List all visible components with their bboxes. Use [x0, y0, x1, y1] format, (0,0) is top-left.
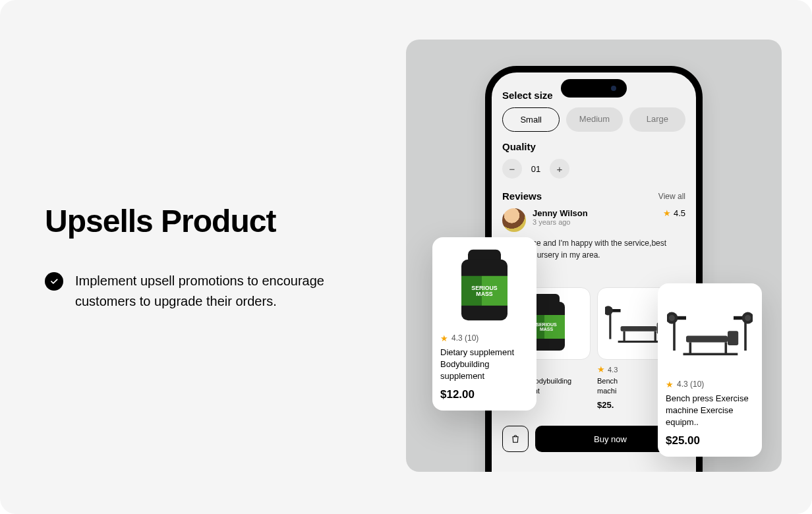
- svg-point-4: [605, 306, 613, 315]
- reviews-header: Reviews View all: [502, 190, 685, 202]
- bag-icon: [510, 434, 521, 444]
- float-card-supplement[interactable]: SERIOUSMASS ★4.3 (10) Dietary supplement…: [432, 237, 536, 411]
- float-card-bench[interactable]: ★4.3 (10) Bench press Exercise machine E…: [658, 283, 762, 457]
- star-icon: ★: [666, 380, 674, 389]
- mockup-pane: Select size Small Medium Large Quality −…: [406, 0, 812, 514]
- float-image: [666, 290, 754, 376]
- star-icon: ★: [663, 209, 671, 217]
- cart-button[interactable]: [502, 426, 529, 452]
- svg-rect-19: [686, 336, 728, 343]
- size-small[interactable]: Small: [502, 107, 560, 132]
- qty-minus[interactable]: −: [502, 159, 522, 179]
- review-rating-value: 4.5: [674, 208, 685, 218]
- view-all-link[interactable]: View all: [658, 192, 685, 201]
- svg-rect-8: [624, 331, 625, 342]
- review-time: 3 years ago: [533, 218, 588, 226]
- feature-card: Upsells Product Implement upsell promoti…: [0, 0, 812, 514]
- svg-point-18: [745, 315, 751, 321]
- float-rating: ★4.3 (10): [440, 333, 529, 343]
- text-pane: Upsells Product Implement upsell promoti…: [0, 0, 406, 514]
- bullet-text: Implement upsell promotions to encourage…: [75, 271, 365, 312]
- svg-rect-20: [728, 331, 738, 345]
- svg-rect-22: [725, 342, 728, 354]
- svg-rect-21: [689, 342, 692, 354]
- float-price: $12.00: [440, 388, 529, 401]
- quality-label: Quality: [502, 141, 685, 152]
- size-medium[interactable]: Medium: [566, 107, 622, 132]
- review-text: ce and I'm happy with the service,best n…: [533, 237, 685, 261]
- star-icon: ★: [440, 334, 448, 343]
- svg-rect-9: [654, 331, 656, 342]
- bench-icon: [667, 303, 753, 362]
- protein-icon: SERIOUSMASS: [457, 250, 513, 324]
- qty-value: 01: [527, 164, 544, 174]
- reviews-label: Reviews: [502, 190, 542, 202]
- bullet-item: Implement upsell promotions to encourage…: [45, 271, 374, 312]
- mockup-container: Select size Small Medium Large Quality −…: [406, 40, 782, 472]
- svg-rect-6: [621, 326, 657, 331]
- phone-notch: [561, 79, 627, 98]
- check-icon: [45, 272, 63, 291]
- avatar: [502, 208, 526, 232]
- review-rating: ★ 4.5: [663, 208, 685, 218]
- float-title: Bench press Exercise machine Exercise eq…: [666, 393, 754, 429]
- size-options: Small Medium Large: [502, 107, 685, 132]
- float-title: Dietary supplement Bodybuilding suppleme…: [440, 347, 529, 383]
- size-large[interactable]: Large: [629, 107, 685, 132]
- svg-point-17: [669, 315, 675, 321]
- review-row: Jenny Wilson 3 years ago ★ 4.5: [502, 208, 685, 232]
- star-icon: ★: [597, 365, 605, 374]
- float-image: SERIOUSMASS: [440, 244, 529, 329]
- svg-rect-23: [683, 353, 738, 356]
- review-meta: Jenny Wilson 3 years ago: [533, 208, 588, 226]
- headline: Upsells Product: [45, 203, 374, 239]
- qty-plus[interactable]: +: [550, 159, 569, 179]
- reviewer-name: Jenny Wilson: [533, 208, 588, 218]
- float-rating: ★4.3 (10): [666, 380, 754, 389]
- float-price: $25.00: [666, 434, 754, 447]
- quantity-stepper: − 01 +: [502, 159, 685, 179]
